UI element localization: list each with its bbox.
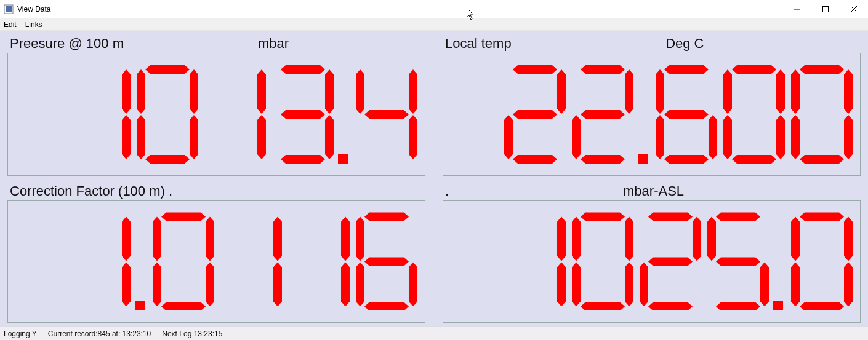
close-button[interactable] (840, 0, 868, 18)
panel-temp-unit: Deg C (512, 36, 858, 52)
title-bar: View Data (0, 0, 868, 18)
panel-pressure: Preesure @ 100 m mbar (7, 36, 425, 176)
panel-asl-display (443, 200, 861, 323)
panel-correction-unit (172, 183, 423, 199)
status-logging: Logging Y (4, 330, 37, 338)
status-current-record: Current record:845 at: 13:23:10 (48, 330, 151, 338)
panel-correction: Correction Factor (100 m) . (7, 183, 425, 323)
status-next-log: Next Log 13:23:15 (162, 330, 222, 338)
window-title: View Data (17, 5, 50, 14)
panel-asl-unit: mbar-ASL (449, 183, 858, 199)
panel-pressure-value (63, 65, 417, 164)
panel-pressure-display (7, 53, 425, 175)
menu-item-edit[interactable]: Edit (2, 20, 18, 29)
menu-item-links[interactable]: Links (24, 20, 44, 29)
menu-bar: Edit Links (0, 18, 868, 31)
client-area: Preesure @ 100 m mbar Local temp Deg C C… (0, 31, 868, 326)
svg-rect-2 (794, 9, 800, 9)
minimize-button[interactable] (783, 0, 811, 18)
panel-pressure-unit: mbar (124, 36, 423, 52)
svg-rect-3 (823, 6, 829, 12)
panel-asl: . mbar-ASL (443, 183, 861, 323)
panel-asl-value (498, 212, 853, 310)
panel-pressure-label: Preesure @ 100 m (10, 36, 124, 52)
app-icon (4, 4, 14, 14)
panel-temp-label: Local temp (445, 36, 512, 52)
panel-temp-value (498, 65, 853, 164)
status-bar: Logging Y Current record:845 at: 13:23:1… (0, 326, 868, 340)
panel-correction-display (7, 200, 425, 323)
panel-correction-label: Correction Factor (100 m) . (10, 183, 172, 199)
svg-rect-1 (6, 6, 12, 12)
panel-temp-display (443, 53, 861, 175)
panel-correction-value (63, 212, 417, 310)
maximize-button[interactable] (811, 0, 840, 18)
panel-temp: Local temp Deg C (443, 36, 861, 176)
